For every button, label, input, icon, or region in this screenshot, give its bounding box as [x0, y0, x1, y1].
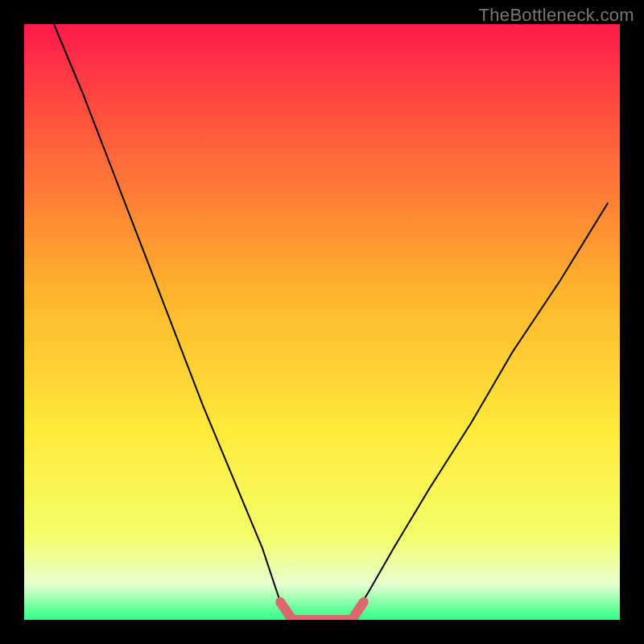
plot-area	[24, 24, 620, 620]
watermark-text: TheBottleneck.com	[479, 5, 634, 26]
chart-svg	[24, 24, 620, 620]
gradient-background	[24, 24, 620, 620]
chart-frame: TheBottleneck.com	[0, 0, 644, 644]
